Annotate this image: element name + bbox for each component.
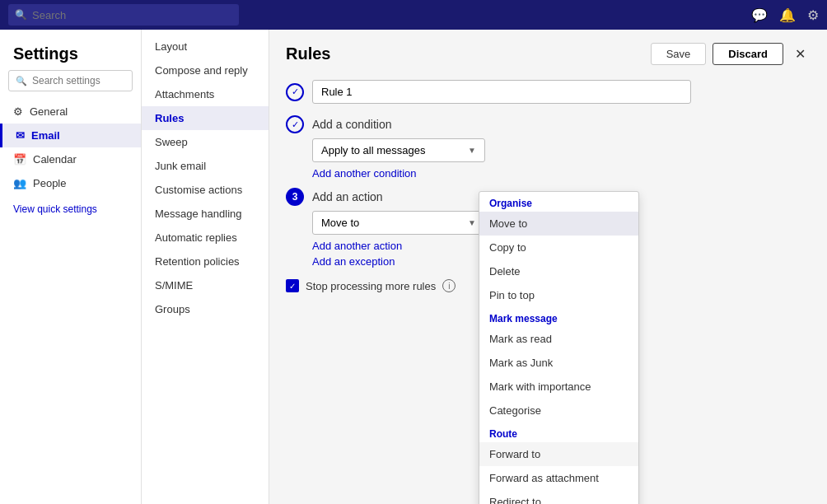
menu-groups[interactable]: Groups — [142, 297, 269, 321]
search-settings-input[interactable] — [32, 75, 125, 86]
rule-name-row: ✓ — [286, 80, 811, 104]
menu-junk[interactable]: Junk email — [142, 154, 269, 178]
menu-customise[interactable]: Customise actions — [142, 178, 269, 202]
rule-name-input[interactable] — [312, 80, 691, 104]
mark-with-importance-option[interactable]: Mark with importance — [479, 375, 638, 399]
add-action-label: Add an action — [312, 190, 383, 203]
redirect-to-option[interactable]: Redirect to — [479, 490, 638, 504]
forward-to-option[interactable]: Forward to — [479, 442, 638, 466]
condition-dropdown[interactable]: Apply to all messages ▼ — [312, 138, 485, 162]
nav-people[interactable]: 👥 People — [0, 171, 141, 195]
forward-as-attachment-option[interactable]: Forward as attachment — [479, 466, 638, 490]
copy-to-option[interactable]: Copy to — [479, 236, 638, 259]
view-quick-settings[interactable]: View quick settings — [0, 195, 141, 223]
stop-processing-label: Stop processing more rules — [306, 280, 436, 292]
save-button[interactable]: Save — [651, 43, 707, 65]
menu-compose[interactable]: Compose and reply — [142, 58, 269, 82]
stop-checkbox[interactable]: ✓ — [286, 279, 299, 292]
categorise-option[interactable]: Categorise — [479, 399, 638, 422]
email-icon: ✉ — [16, 129, 25, 142]
menu-message-handling[interactable]: Message handling — [142, 202, 269, 226]
nav-general-label: General — [30, 105, 68, 118]
discard-button[interactable]: Discard — [713, 43, 783, 65]
nav-email[interactable]: ✉ Email — [0, 124, 141, 147]
header-right-icons: 💬 🔔 ⚙ — [751, 7, 819, 23]
pin-to-top-option[interactable]: Pin to top — [479, 283, 638, 307]
add-condition-label: Add a condition — [312, 118, 392, 131]
menu-attachments[interactable]: Attachments — [142, 82, 269, 106]
menu-retention[interactable]: Retention policies — [142, 250, 269, 273]
nav-people-label: People — [33, 177, 66, 189]
add-another-condition-link[interactable]: Add another condition — [312, 167, 416, 180]
step3-badge: 3 — [286, 188, 304, 206]
settings-icon[interactable]: ⚙ — [807, 7, 819, 23]
route-group-label: Route — [479, 422, 638, 442]
main-content: Rules Save Discard ✕ ✓ ✓ Add a condition… — [269, 30, 827, 504]
mark-message-group-label: Mark message — [479, 307, 638, 327]
action-dropdown[interactable]: Move to ▼ — [312, 211, 485, 235]
general-icon: ⚙ — [13, 105, 23, 118]
close-button[interactable]: ✕ — [790, 44, 811, 63]
nav-email-label: Email — [31, 129, 60, 142]
move-to-option[interactable]: Move to — [479, 212, 638, 236]
app-search-input[interactable] — [32, 9, 232, 21]
mark-as-read-option[interactable]: Mark as read — [479, 327, 638, 351]
nav-calendar[interactable]: 📅 Calendar — [0, 147, 141, 171]
rules-header: Rules Save Discard ✕ — [286, 43, 811, 65]
action-chevron-icon: ▼ — [468, 218, 476, 227]
skype-icon[interactable]: 💬 — [751, 7, 768, 23]
menu-smime[interactable]: S/MIME — [142, 273, 269, 297]
rules-title: Rules — [286, 44, 330, 63]
menu-layout[interactable]: Layout — [142, 35, 269, 58]
menu-rules[interactable]: Rules — [142, 106, 269, 130]
condition-chevron-icon: ▼ — [468, 146, 476, 155]
nav-calendar-label: Calendar — [33, 153, 77, 166]
rules-buttons: Save Discard ✕ — [651, 43, 811, 65]
condition-check: ✓ — [286, 115, 304, 133]
people-icon: 👥 — [13, 177, 26, 189]
action-dropdown-menu: Organise Move to Copy to Delete Pin to t… — [479, 191, 639, 504]
app-search-bar[interactable]: 🔍 — [8, 4, 239, 26]
delete-option[interactable]: Delete — [479, 259, 638, 283]
organise-group-label: Organise — [479, 192, 638, 212]
info-icon[interactable]: i — [442, 279, 456, 292]
search-settings-icon: 🔍 — [16, 76, 27, 86]
mark-as-junk-option[interactable]: Mark as Junk — [479, 351, 638, 375]
condition-section: ✓ Add a condition Apply to all messages … — [286, 115, 811, 180]
settings-sidebar: Settings 🔍 ⚙ General ✉ Email 📅 Calendar … — [0, 30, 142, 504]
nav-general[interactable]: ⚙ General — [0, 100, 141, 124]
search-icon: 🔍 — [15, 9, 27, 21]
notifications-icon[interactable]: 🔔 — [779, 7, 796, 23]
email-submenu: Layout Compose and reply Attachments Rul… — [142, 30, 269, 504]
rule-check-circle: ✓ — [286, 83, 304, 101]
search-settings-box[interactable]: 🔍 — [8, 70, 133, 91]
settings-title: Settings — [0, 36, 141, 70]
menu-sweep[interactable]: Sweep — [142, 130, 269, 154]
calendar-icon: 📅 — [13, 153, 26, 166]
menu-auto-replies[interactable]: Automatic replies — [142, 226, 269, 250]
